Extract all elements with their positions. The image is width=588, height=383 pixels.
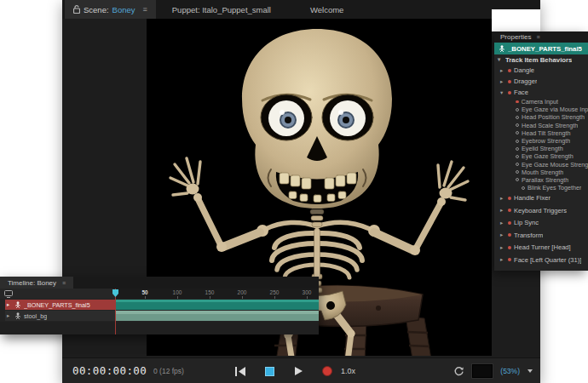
track-label-stool-bg[interactable]: ▸ stool_bg <box>5 311 115 321</box>
stop-icon <box>265 367 274 376</box>
puppet-icon <box>14 312 21 319</box>
param-dot-icon <box>516 170 519 174</box>
skull <box>242 29 392 209</box>
face-param-head-tilt-strength[interactable]: Head Tilt Strength <box>494 129 588 137</box>
unlock-icon <box>73 5 80 14</box>
expand-triangle-icon[interactable]: ▾ <box>498 56 503 63</box>
collapse-triangle-icon[interactable]: ▸ <box>7 301 12 308</box>
collapse-triangle-icon[interactable]: ▸ <box>500 232 505 238</box>
behavior-dot-icon <box>508 80 511 83</box>
ruler-tick <box>145 296 146 299</box>
collapse-triangle-icon[interactable]: ▸ <box>500 195 505 202</box>
face-param-head-scale-strength[interactable]: Head Scale Strength <box>494 122 588 129</box>
behavior-transform[interactable]: ▸ Transform <box>494 229 588 242</box>
behavior-dot-icon <box>508 69 511 72</box>
face-param-parallax-strength[interactable]: Parallax Strength <box>494 176 588 184</box>
track-bar-boney-parts[interactable] <box>115 300 319 310</box>
puppet-icon <box>14 301 21 308</box>
record-button[interactable] <box>321 365 333 377</box>
behavior-handle-fixer[interactable]: ▸ Handle Fixer <box>494 192 588 204</box>
param-dot-icon <box>516 147 519 151</box>
behavior-face[interactable]: ▾ Face <box>494 87 588 98</box>
timeline-ruler[interactable]: 50 100 150 200 250 300 <box>115 289 319 299</box>
background-cutout <box>492 9 540 31</box>
scene-camera-icon[interactable] <box>4 290 13 298</box>
behavior-dot-icon <box>508 197 511 200</box>
track-bar-stool-bg[interactable] <box>115 311 319 321</box>
refresh-icon[interactable] <box>453 366 464 377</box>
behavior-dot-icon <box>508 221 511 225</box>
collapse-triangle-icon[interactable]: ▸ <box>500 67 505 74</box>
welcome-tab-label: Welcome <box>310 5 343 14</box>
collapse-triangle-icon[interactable]: ▸ <box>500 207 505 214</box>
scene-name[interactable]: Boney <box>112 5 135 14</box>
track-label-boney-parts[interactable]: ▸ _BONEY_PARTS_final5 <box>5 300 115 310</box>
collapse-triangle-icon[interactable]: ▸ <box>500 244 505 251</box>
face-param-mouth-strength[interactable]: Mouth Strength <box>494 169 588 176</box>
collapse-triangle-icon[interactable]: ▸ <box>500 220 505 226</box>
play-button[interactable] <box>292 365 304 377</box>
face-param-head-position-strength[interactable]: Head Position Strength <box>494 113 588 121</box>
transport-controls <box>234 358 333 383</box>
param-dot-icon <box>516 155 519 158</box>
panel-menu-icon[interactable]: ≡ <box>143 5 147 14</box>
face-param-camera-input[interactable]: Camera Input <box>494 98 588 106</box>
panel-menu-icon[interactable]: ≡ <box>536 34 539 40</box>
frame-rate-info: 0 (12 fps) <box>153 358 184 383</box>
face-param-eye-gaze-strength[interactable]: Eye Gaze Strength <box>494 152 588 160</box>
record-icon <box>322 366 332 376</box>
tab-scene[interactable]: Scene: Boney ≡ <box>65 0 156 19</box>
stop-button[interactable] <box>263 365 275 377</box>
param-dot-icon <box>516 123 519 127</box>
behavior-dot-icon <box>508 233 511 237</box>
skip-to-start-button[interactable] <box>234 365 246 377</box>
playback-speed[interactable]: 1.0x <box>341 358 355 383</box>
expand-triangle-icon[interactable]: ▾ <box>500 89 505 96</box>
timeline-empty-area <box>0 322 319 334</box>
timeline-tab-strip: Timeline: Boney ≡ <box>0 277 319 289</box>
behavior-face-left-quarter[interactable]: ▸ Face [Left Quarter (31)] <box>494 254 588 266</box>
face-param-eyebrow-strength[interactable]: Eyebrow Strength <box>494 137 588 145</box>
face-param-eyelid-strength[interactable]: Eyelid Strength <box>494 145 588 152</box>
param-dot-icon <box>516 116 519 119</box>
collapse-triangle-icon[interactable]: ▸ <box>7 312 12 319</box>
behavior-dot-icon <box>508 91 511 94</box>
face-param-eye-gaze-mouse-strength[interactable]: Eye Gaze Mouse Strength <box>494 161 588 169</box>
ruler-tick <box>177 296 178 299</box>
behavior-lip-sync[interactable]: ▸ Lip Sync <box>494 216 588 229</box>
param-dot-icon <box>516 178 519 181</box>
chevron-down-icon[interactable] <box>527 369 533 373</box>
panel-tab-strip: Scene: Boney ≡ Puppet: Italo_Puppet_smal… <box>62 0 540 19</box>
behavior-dot-icon <box>508 209 511 212</box>
section-track-item-behaviors[interactable]: ▾ Track Item Behaviors <box>494 54 588 65</box>
ruler-label: 150 <box>200 289 219 295</box>
behavior-keyboard-triggers[interactable]: ▸ Keyboard Triggers <box>494 204 588 217</box>
tab-timeline[interactable]: Timeline: Boney ≡ <box>0 277 73 289</box>
behavior-head-turner[interactable]: ▸ Head Turner [Head] <box>494 241 588 254</box>
ruler-label: 50 <box>135 289 154 295</box>
ruler-label: 200 <box>233 289 251 295</box>
zoom-level[interactable]: (53%) <box>500 367 520 375</box>
behavior-dot-icon <box>508 246 511 249</box>
timeline-tab-label: Timeline: Boney <box>8 279 56 287</box>
puppet-tab-label: Puppet: Italo_Puppet_small <box>172 5 271 14</box>
timeline-panel: Timeline: Boney ≡ 50 100 150 200 250 300 <box>0 277 319 334</box>
param-dot-icon <box>516 163 519 166</box>
param-dot-icon <box>516 140 519 143</box>
selected-track-item[interactable]: _BONEY_PARTS_final5 <box>494 43 588 54</box>
collapse-triangle-icon[interactable]: ▸ <box>500 256 505 263</box>
behavior-dragger[interactable]: ▸ Dragger <box>494 76 588 87</box>
tab-puppet[interactable]: Puppet: Italo_Puppet_small <box>164 0 280 19</box>
timecode-display: 00:00:00:00 <box>72 358 147 383</box>
tab-properties[interactable]: Properties ≡ <box>494 31 588 43</box>
scene-tab-label: Scene: <box>84 5 109 14</box>
tab-welcome[interactable]: Welcome <box>302 0 352 19</box>
behavior-dangle[interactable]: ▸ Dangle <box>494 65 588 76</box>
panel-menu-icon[interactable]: ≡ <box>62 280 66 286</box>
face-param-eye-gaze-via-mouse-input[interactable]: Eye Gaze via Mouse Input <box>494 106 588 113</box>
face-param-blink-eyes-together[interactable]: Blink Eyes Together <box>494 184 588 192</box>
puppet-icon <box>499 45 505 52</box>
timeline-toolbar <box>0 289 115 299</box>
scene-color-swatch[interactable] <box>472 364 493 378</box>
collapse-triangle-icon[interactable]: ▸ <box>500 78 505 85</box>
